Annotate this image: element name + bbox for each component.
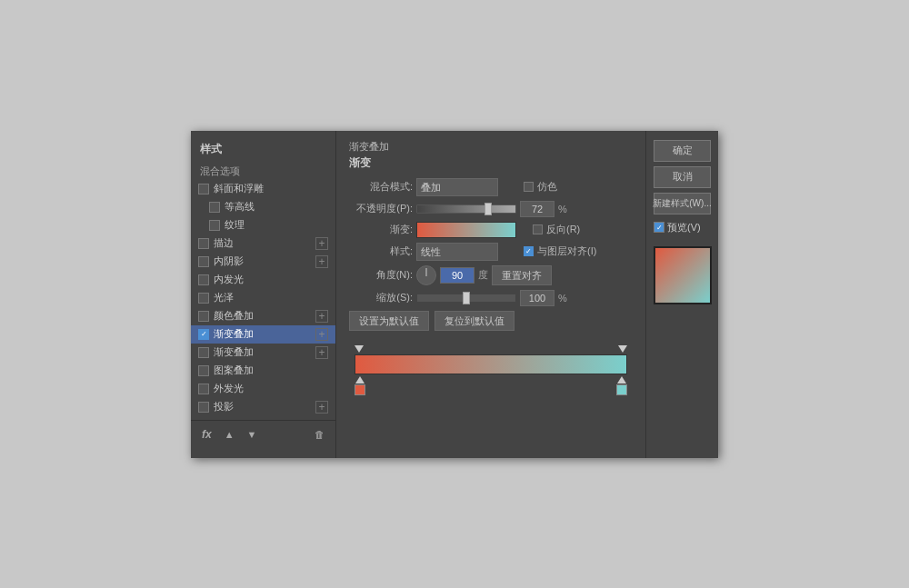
opacity-input[interactable] xyxy=(520,201,554,217)
sidebar-item-pattern-overlay[interactable]: 图案叠加 xyxy=(191,362,335,380)
sidebar-item-bevel[interactable]: 斜面和浮雕 xyxy=(191,180,335,198)
sidebar-item-outer-glow[interactable]: 外发光 xyxy=(191,380,335,398)
texture-checkbox[interactable] xyxy=(209,220,220,231)
satin-label: 光泽 xyxy=(214,291,234,304)
move-up-button[interactable]: ▲ xyxy=(221,427,238,442)
new-style-button[interactable]: 新建样式(W)... xyxy=(654,193,711,214)
set-default-button[interactable]: 设置为默认值 xyxy=(349,311,429,331)
preview-option[interactable]: 预览(V) xyxy=(654,221,711,234)
preview-label: 预览(V) xyxy=(667,221,701,234)
stroke-plus[interactable]: + xyxy=(315,237,328,250)
bottom-stop-left[interactable] xyxy=(355,376,365,395)
gradient-preview[interactable] xyxy=(416,222,516,238)
settings-top: 渐变叠加 渐变 混合模式: 叠加 仿色 不透明度(P): xyxy=(336,131,718,458)
scale-label: 缩放(S): xyxy=(349,291,413,304)
fx-button[interactable]: fx xyxy=(198,426,215,443)
styles-panel: 样式 混合选项 斜面和浮雕 等高线 纹理 描边 + 内阴影 + 内发光 xyxy=(191,131,336,458)
angle-row: 角度(N): 度 重置对齐 xyxy=(349,265,633,285)
drop-shadow-label: 投影 xyxy=(214,400,234,414)
contour-label: 等高线 xyxy=(225,200,255,214)
pattern-overlay-label: 图案叠加 xyxy=(214,364,254,377)
gradient-overlay-plus[interactable]: + xyxy=(315,328,328,341)
blend-options-title: 混合选项 xyxy=(191,163,335,180)
satin-checkbox[interactable] xyxy=(198,293,209,304)
inner-shadow-plus[interactable]: + xyxy=(315,255,328,268)
blend-mode-label: 混合模式: xyxy=(349,180,413,194)
color-overlay-plus[interactable]: + xyxy=(315,310,328,323)
sidebar-item-color-overlay[interactable]: 颜色叠加 + xyxy=(191,307,335,325)
panel-footer: fx ▲ ▼ 🗑 xyxy=(191,420,335,448)
angle-input[interactable] xyxy=(440,267,474,284)
drop-shadow-checkbox[interactable] xyxy=(198,402,209,413)
opacity-slider-container[interactable] xyxy=(416,204,516,214)
bottom-stop-right[interactable] xyxy=(616,376,627,395)
drop-shadow-plus[interactable]: + xyxy=(315,401,328,414)
sidebar-item-gradient-overlay2[interactable]: 渐变叠加 + xyxy=(191,344,335,362)
gradient-label: 渐变: xyxy=(349,223,413,236)
color-overlay-label: 颜色叠加 xyxy=(214,309,254,323)
outer-glow-checkbox[interactable] xyxy=(198,384,209,394)
sidebar-item-inner-shadow[interactable]: 内阴影 + xyxy=(191,253,335,271)
scale-row: 缩放(S): % xyxy=(349,290,633,306)
angle-needle xyxy=(426,268,427,276)
color-overlay-checkbox[interactable] xyxy=(198,311,209,322)
bevel-checkbox[interactable] xyxy=(198,184,209,194)
opacity-slider-track[interactable] xyxy=(416,204,516,214)
preview-checkbox[interactable] xyxy=(654,222,664,233)
effect-title: 渐变叠加 xyxy=(349,140,633,154)
scale-slider-track[interactable] xyxy=(416,294,516,303)
align-label: 与图层对齐(I) xyxy=(537,244,596,258)
action-buttons: 设置为默认值 复位到默认值 xyxy=(349,311,633,331)
top-stop-left[interactable] xyxy=(355,345,364,353)
move-down-button[interactable]: ▼ xyxy=(244,427,261,442)
reset-default-button[interactable]: 复位到默认值 xyxy=(435,311,514,331)
delete-button[interactable]: 🗑 xyxy=(311,427,328,442)
simulate-color-checkbox[interactable] xyxy=(524,182,534,192)
align-option[interactable]: ✓ 与图层对齐(I) xyxy=(524,244,596,258)
styles-title: 样式 xyxy=(191,138,335,163)
cancel-button[interactable]: 取消 xyxy=(654,166,711,188)
bottom-stops xyxy=(355,376,627,395)
gradient-overlay-checkbox[interactable] xyxy=(198,329,209,340)
scale-input[interactable] xyxy=(520,290,554,306)
opacity-percent: % xyxy=(558,204,567,214)
sidebar-item-contour[interactable]: 等高线 xyxy=(191,198,335,216)
reverse-checkbox[interactable] xyxy=(533,224,543,234)
style-select[interactable]: 线性 xyxy=(416,243,498,261)
confirm-button[interactable]: 确定 xyxy=(654,140,711,162)
style-label: 样式: xyxy=(349,244,413,258)
top-stop-right[interactable] xyxy=(618,345,627,353)
blend-mode-select[interactable]: 叠加 xyxy=(416,178,498,196)
gradient-overlay-label: 渐变叠加 xyxy=(214,327,254,341)
sidebar-item-stroke[interactable]: 描边 + xyxy=(191,234,335,253)
sidebar-item-gradient-overlay[interactable]: 渐变叠加 + xyxy=(191,325,335,344)
scale-slider-thumb[interactable] xyxy=(463,292,470,304)
simulate-color-option[interactable]: 仿色 xyxy=(524,180,557,194)
inner-shadow-checkbox[interactable] xyxy=(198,256,209,267)
reverse-label: 反向(R) xyxy=(546,223,580,236)
sidebar-item-texture[interactable]: 纹理 xyxy=(191,216,335,234)
stroke-label: 描边 xyxy=(214,236,234,250)
angle-wheel[interactable] xyxy=(416,265,436,285)
texture-label: 纹理 xyxy=(225,218,245,232)
pattern-overlay-checkbox[interactable] xyxy=(198,365,209,376)
gradient-overlay2-plus[interactable]: + xyxy=(315,346,328,359)
effect-subtitle: 渐变 xyxy=(349,155,633,171)
blend-mode-row: 混合模式: 叠加 仿色 xyxy=(349,178,633,196)
sidebar-item-drop-shadow[interactable]: 投影 + xyxy=(191,398,335,416)
gradient-overlay2-checkbox[interactable] xyxy=(198,347,209,358)
align-checkbox[interactable]: ✓ xyxy=(524,246,534,256)
gradient-strip[interactable] xyxy=(355,354,627,374)
inner-glow-checkbox[interactable] xyxy=(198,274,209,285)
scale-percent: % xyxy=(558,293,567,304)
contour-checkbox[interactable] xyxy=(209,202,220,213)
stroke-checkbox[interactable] xyxy=(198,238,209,249)
gradient-row: 渐变: 反向(R) xyxy=(349,222,633,238)
opacity-row: 不透明度(P): % xyxy=(349,201,633,217)
opacity-slider-thumb[interactable] xyxy=(484,203,492,215)
reverse-option[interactable]: 反向(R) xyxy=(533,223,580,236)
sidebar-item-satin[interactable]: 光泽 xyxy=(191,289,335,307)
effect-preview-thumbnail xyxy=(654,246,712,304)
sidebar-item-inner-glow[interactable]: 内发光 xyxy=(191,271,335,289)
reset-align-button[interactable]: 重置对齐 xyxy=(492,265,552,285)
